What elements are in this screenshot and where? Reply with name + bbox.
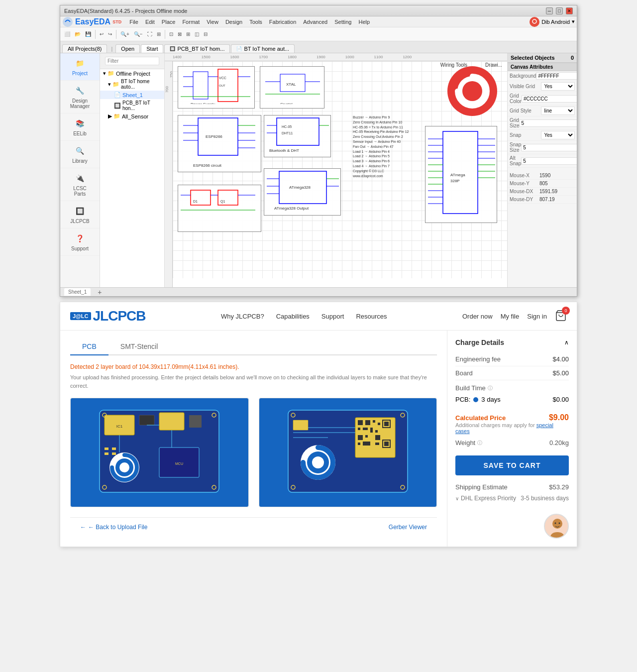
svg-text:OUT: OUT xyxy=(219,84,225,87)
menu-design[interactable]: Design xyxy=(222,18,245,26)
tree-item-sheet1[interactable]: 📄 Sheet_1 xyxy=(100,91,164,99)
folder-icon: 📁 xyxy=(107,70,114,77)
chat-avatar[interactable] xyxy=(544,514,569,539)
header-sign-in[interactable]: Sign in xyxy=(527,313,547,320)
status-tab-sheet1[interactable]: Sheet_1 xyxy=(64,288,91,296)
back-to-upload[interactable]: ← ← Back to Upload File xyxy=(80,524,147,531)
tree-item-offline-project[interactable]: ▾ 📁 Offline Project xyxy=(100,69,164,78)
menu-view[interactable]: View xyxy=(204,18,221,26)
toolbar-btn-2[interactable]: ⊠ xyxy=(176,30,184,38)
menu-tools[interactable]: Tools xyxy=(246,18,265,26)
svg-rect-107 xyxy=(363,428,368,430)
toolbar-zoom-in[interactable]: 🔍+ xyxy=(118,30,131,38)
cart-badge: 0 xyxy=(562,307,570,315)
prop-section-canvas: Canvas Attributes xyxy=(508,63,577,71)
gerber-viewer-link[interactable]: Gerber Viewer xyxy=(389,524,427,531)
svg-rect-130 xyxy=(293,420,308,430)
tab-all-projects[interactable]: All Projects(8) xyxy=(62,44,107,53)
svg-text:DHT11: DHT11 xyxy=(282,131,293,135)
tab-open[interactable]: Open xyxy=(115,44,140,53)
prop-visible-grid-select[interactable]: Yes No xyxy=(541,82,575,91)
prop-grid-size-input[interactable] xyxy=(519,119,577,127)
radio-3days[interactable] xyxy=(473,397,478,402)
prop-background-input[interactable] xyxy=(536,72,577,80)
maximize-button[interactable]: □ xyxy=(556,7,563,14)
charge-collapse-icon[interactable]: ∧ xyxy=(564,339,569,346)
svg-rect-102 xyxy=(358,420,363,425)
prop-alt-snap-input[interactable] xyxy=(521,157,577,165)
toolbar-zoom-select[interactable]: ⊞ xyxy=(155,30,163,38)
tree-item-pcb-bt-hon[interactable]: 🔲 PCB_BT IoT hon... xyxy=(100,99,164,112)
pcb-days-option: PCB: 3 days $0.00 xyxy=(455,395,569,404)
toolbar-btn-3[interactable]: ⊞ xyxy=(184,30,192,38)
tab-pcb-bt[interactable]: 🔲 PCB_BT IoT hom... xyxy=(164,44,230,53)
schematic-canvas[interactable]: Wiring Tools Drawi... VCC xyxy=(173,61,507,278)
tab-bt-iot[interactable]: 📄 BT IoT home aut... xyxy=(231,44,295,53)
svg-rect-106 xyxy=(358,428,360,430)
toolbar-btn-5[interactable]: ⊟ xyxy=(202,30,210,38)
menu-format[interactable]: Format xyxy=(179,18,203,26)
bluetooth-schematic: HC-05 DHT11 Bluetooth & DHT xyxy=(264,115,331,153)
menu-help[interactable]: Help xyxy=(355,18,373,26)
nav-resources[interactable]: Resources xyxy=(356,313,387,320)
menu-file[interactable]: File xyxy=(126,18,141,26)
svg-rect-97 xyxy=(105,452,108,455)
pcb-tab-pcb[interactable]: PCB xyxy=(70,338,108,355)
tree-item-bt-iot[interactable]: ▾ 📁 BT IoT home auto... xyxy=(100,78,164,91)
menu-fabrication[interactable]: Fabrication xyxy=(266,18,299,26)
sidebar-item-support[interactable]: ❓ Support xyxy=(60,228,100,256)
menu-advanced[interactable]: Advanced xyxy=(300,18,330,26)
nav-why-jlcpcb[interactable]: Why JLCPCB? xyxy=(221,313,264,320)
toolbar-save[interactable]: 💾 xyxy=(83,30,93,38)
svg-text:ESP8266: ESP8266 xyxy=(206,134,222,139)
svg-point-85 xyxy=(119,462,129,472)
schematic-background[interactable]: VCC OUT Power Supply XTAL xyxy=(173,61,507,278)
menu-setting[interactable]: Setting xyxy=(331,18,354,26)
toolbar-btn-4[interactable]: ◫ xyxy=(193,30,201,38)
sidebar-item-eelib[interactable]: 📚 EELib xyxy=(60,113,100,141)
toolbar-zoom-out[interactable]: 🔍− xyxy=(132,30,145,38)
prop-grid-color-input[interactable] xyxy=(522,95,577,103)
pcb-tab-smt[interactable]: SMT-Stencil xyxy=(108,338,170,354)
svg-point-0 xyxy=(63,17,73,27)
minimize-button[interactable]: ─ xyxy=(546,7,553,14)
nav-capabilities[interactable]: Capabilities xyxy=(276,313,310,320)
sidebar-item-library[interactable]: 🔍 Library xyxy=(60,141,100,168)
filter-input[interactable] xyxy=(105,57,159,65)
prop-snap-size-input[interactable] xyxy=(521,144,577,151)
save-cart-button[interactable]: SAVE TO CART xyxy=(455,455,569,475)
toolbar-btn-1[interactable]: ⊡ xyxy=(167,30,175,38)
close-button[interactable]: ✕ xyxy=(566,7,573,14)
status-add-tab[interactable]: + xyxy=(96,288,104,296)
iot-tab-icon: 📄 xyxy=(236,46,242,51)
nav-support[interactable]: Support xyxy=(321,313,344,320)
tab-iot-label: BT IoT home aut... xyxy=(244,46,289,52)
toolbar-group-icons: ⊡ ⊠ ⊞ ◫ ⊟ xyxy=(167,30,210,38)
menu-place[interactable]: Place xyxy=(159,18,179,26)
app-name: EasyEDA xyxy=(75,17,110,26)
prop-title: Selected Objects xyxy=(511,55,555,61)
toolbar-new[interactable]: ⬜ xyxy=(62,30,72,38)
tree-item-all-sensor[interactable]: ▶ 📁 All_Sensor xyxy=(100,112,164,120)
sidebar-item-jlcpcb[interactable]: 🔲 JLCPCB xyxy=(60,201,100,228)
toolbar-redo[interactable]: ↪ xyxy=(106,30,114,38)
lcsc-icon: 🔌 xyxy=(74,172,86,184)
shipping-dhl[interactable]: ∨ DHL Express Priority 3-5 business days xyxy=(455,493,569,504)
menu-edit[interactable]: Edit xyxy=(142,18,158,26)
prop-grid-style-select[interactable]: line dot xyxy=(541,107,575,115)
toolbar-zoom-fit[interactable]: ⛶ xyxy=(145,30,154,38)
sidebar-item-design-manager[interactable]: 🔧 DesignManager xyxy=(60,81,100,113)
cart-icon-wrapper[interactable]: 0 xyxy=(555,310,567,323)
header-my-file[interactable]: My file xyxy=(501,313,520,320)
sidebar-item-lcsc[interactable]: 🔌 LCSCParts xyxy=(60,168,100,201)
prop-snap-select[interactable]: Yes No xyxy=(541,131,575,139)
pcb-icon: 🔲 xyxy=(114,103,121,109)
tab-start[interactable]: Start xyxy=(141,44,163,53)
toolbar-undo[interactable]: ↩ xyxy=(98,30,106,38)
folder-icon-2: 📁 xyxy=(112,81,119,88)
header-order-now[interactable]: Order now xyxy=(462,313,493,320)
sidebar-item-project[interactable]: 📁 Project xyxy=(60,53,100,81)
sheet-icon: 📄 xyxy=(114,92,121,98)
shipping-chevron-icon: ∨ xyxy=(455,496,459,501)
toolbar-open[interactable]: 📂 xyxy=(73,30,83,38)
